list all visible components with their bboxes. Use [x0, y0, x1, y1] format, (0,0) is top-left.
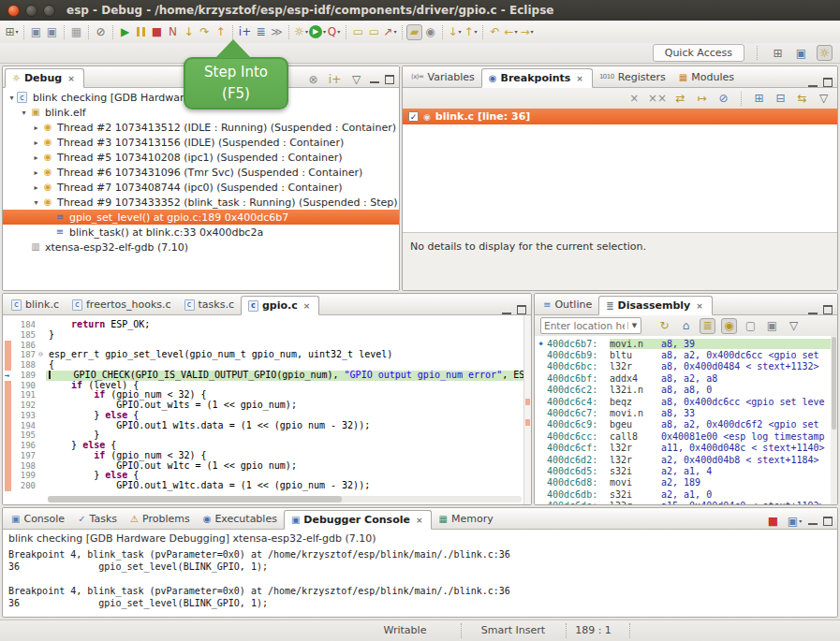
maximize-view-icon[interactable]	[823, 517, 833, 526]
close-tab-icon[interactable]: ×	[302, 300, 313, 312]
tree-expand-arrow-icon[interactable]: ▸	[31, 138, 41, 147]
console-output[interactable]: Breakpoint 4, blink_task (pvParameter=0x…	[3, 546, 837, 617]
step-over-icon[interactable]: ↷	[197, 24, 213, 40]
show-disassembly-icon[interactable]: ≣	[253, 24, 269, 40]
right-tab-modules[interactable]: ▦Modules	[672, 67, 741, 87]
minimize-window-button[interactable]	[25, 5, 37, 17]
editor-tab-freertos-hooks-c[interactable]: cfreertos_hooks.c	[66, 295, 178, 314]
minimize-view-icon[interactable]	[808, 306, 818, 314]
code-line-199[interactable]: 199 } else {	[3, 471, 531, 481]
minimize-view-icon[interactable]	[808, 517, 818, 525]
code-line-185[interactable]: 185}	[3, 330, 531, 341]
disassembly-scrollbar[interactable]	[831, 336, 837, 504]
show-source-icon[interactable]: ≣	[700, 318, 715, 334]
code-line-186[interactable]: 186	[3, 341, 531, 351]
mark-occurrences-icon[interactable]: ◉	[422, 24, 438, 40]
external-tools-icon[interactable]: ↗▾	[382, 24, 398, 40]
code-line-198[interactable]: 198 GPIO.out_w1tc = (1 << gpio_num);	[3, 461, 531, 472]
disassembly-row[interactable]: 400dc6bc:l32ra8, 0x400d0484 <_stext+1132…	[535, 361, 837, 372]
view-menu-icon[interactable]: ▽	[348, 71, 364, 87]
disassembly-row[interactable]: 400dc6b9:bltua8, a2, 0x400dc6cc <gpio_se…	[535, 349, 837, 360]
quick-access-button[interactable]: Quick Access	[653, 44, 744, 62]
right-tab-registers[interactable]: 1010Registers	[593, 67, 672, 87]
tree-expand-arrow-icon[interactable]: ▸	[31, 183, 41, 192]
minimize-view-icon[interactable]	[808, 79, 818, 87]
maximize-view-icon[interactable]	[385, 75, 394, 84]
breakpoint-row[interactable]: ✓◉blink.c [line: 36]	[403, 109, 837, 124]
console-tab-executables[interactable]: ◉Executables	[197, 509, 284, 529]
maximize-window-button[interactable]	[43, 5, 55, 17]
suspend-icon[interactable]	[133, 24, 149, 40]
previous-annotation-icon[interactable]: ↑▾	[463, 24, 479, 40]
terminate-icon[interactable]: ■	[149, 24, 165, 40]
show-breakpoints-supported-icon[interactable]: ⇄	[672, 91, 688, 107]
open-new-view-icon[interactable]: ▢	[743, 318, 759, 334]
code-line-191[interactable]: 191 if (gpio_num < 32) {	[3, 390, 531, 401]
disassembly-row[interactable]: 400dc6d5:s32ia2, a1, 4	[535, 465, 837, 476]
view-menu-icon[interactable]: ▽	[816, 91, 832, 107]
code-line-200[interactable]: 200 GPIO.out1_w1tc.data = (1 << (gpio_nu…	[3, 481, 531, 491]
editor-horizontal-scrollbar[interactable]	[48, 496, 522, 503]
overview-ruler[interactable]	[523, 315, 531, 504]
link-with-debug-view-icon[interactable]: ⇆	[794, 91, 810, 107]
cpp-perspective-icon[interactable]: ▣	[793, 45, 809, 61]
debug-launch-icon[interactable]: ☼▾	[293, 24, 309, 40]
disassembly-row[interactable]: 400dc6d8:movia2, 189	[535, 477, 837, 488]
tree-expand-arrow-icon[interactable]: ▾	[7, 94, 17, 102]
refresh-icon[interactable]: ↻	[656, 318, 672, 334]
breakpoints-list[interactable]: ✓◉blink.c [line: 36]	[403, 109, 837, 232]
save-all-icon[interactable]: ▣	[44, 24, 60, 40]
location-combo-dropdown-icon[interactable]: ▼	[627, 322, 641, 329]
editor-tab-blink-c[interactable]: cblink.c	[5, 295, 66, 314]
disassembly-row[interactable]: 400dc6c9:bgeua8, a2, 0x400dc6f2 <gpio_se…	[535, 419, 837, 430]
remove-all-breakpoints-icon[interactable]: ××	[648, 91, 667, 107]
disassembly-location-input[interactable]	[541, 320, 627, 331]
debug-tree-row[interactable]: ≡blink_task() at blink.c:33 0x400dbc2a	[3, 225, 399, 240]
disassembly-row[interactable]: 400dc6cc:call80x40081e00 <esp_log_timest…	[535, 430, 837, 442]
maximize-view-icon[interactable]	[823, 305, 833, 314]
code-line-190[interactable]: 190 if (level) {	[3, 381, 531, 391]
open-resource-icon[interactable]: ▭	[366, 24, 382, 40]
instruction-stepping-icon[interactable]: i+	[237, 24, 253, 40]
debug-tree-row[interactable]: ▸◉Thread #3 1073413156 (IDLE) (Suspended…	[3, 135, 399, 150]
tree-expand-arrow-icon[interactable]: ▸	[31, 168, 41, 177]
tree-expand-arrow-icon[interactable]: ▸	[31, 153, 41, 162]
code-line-188[interactable]: 188{	[3, 360, 531, 371]
tree-expand-arrow-icon[interactable]: ▾	[19, 109, 29, 117]
disassembly-row[interactable]: 400dc6d2:l32ra2, 0x400d04b8 <_stext+1184…	[535, 454, 837, 465]
breakpoint-checkbox[interactable]: ✓	[408, 111, 419, 122]
close-tab-icon[interactable]: ×	[574, 73, 585, 84]
debug-tree-row[interactable]: ▸◉Thread #6 1073431096 (Tmr Svc) (Suspen…	[3, 165, 399, 180]
right-tab-breakpoints[interactable]: ◉Breakpoints×	[481, 68, 593, 88]
last-edit-location-icon[interactable]: ↶	[487, 24, 503, 40]
paintbrush-icon[interactable]: ▰	[406, 24, 422, 40]
editor-code-area[interactable]: 184 return ESP_OK;185}186187⊖esp_err_t g…	[3, 315, 531, 504]
console-tab-problems[interactable]: ⚠Problems	[124, 509, 197, 529]
debug-perspective-icon[interactable]: ☼	[817, 45, 833, 61]
console-tab-memory[interactable]: ▦Memory	[432, 509, 499, 529]
code-line-189[interactable]: →189 GPIO_CHECK(GPIO_IS_VALID_OUTPUT_GPI…	[3, 371, 531, 381]
debug-tree-row-selected[interactable]: ≡gpio_set_level() at gpio.c:189 0x400dc6…	[3, 210, 399, 225]
maximize-view-icon[interactable]	[517, 305, 526, 314]
fold-marker-icon[interactable]: ⊖	[36, 350, 46, 360]
open-element-icon[interactable]: ▭	[350, 24, 366, 40]
close-tab-icon[interactable]: ×	[694, 300, 705, 312]
forward-icon[interactable]: →▾	[519, 24, 535, 40]
save-icon[interactable]: ▣	[28, 24, 44, 40]
disassembly-row[interactable]: 400dc6db:s32ia2, a1, 0	[535, 488, 837, 500]
disconnect-icon[interactable]: N	[165, 24, 181, 40]
remove-all-terminated-icon[interactable]: ⊗	[305, 71, 321, 87]
minimize-view-icon[interactable]	[502, 306, 511, 314]
minimize-view-icon[interactable]	[370, 75, 379, 83]
debug-tree-row[interactable]: ▾◉Thread #9 1073433352 (blink_task : Run…	[3, 195, 399, 210]
code-line-194[interactable]: 194 GPIO.out1_w1ts.data = (1 << (gpio_nu…	[3, 421, 531, 431]
instruction-stepping-mode-icon[interactable]: i+	[327, 71, 343, 87]
code-line-197[interactable]: 197 if (gpio_num < 32) {	[3, 451, 531, 461]
go-to-file-icon[interactable]: ↦	[694, 91, 710, 107]
step-return-icon[interactable]: ↑	[213, 24, 228, 40]
code-line-187[interactable]: 187⊖esp_err_t gpio_set_level(gpio_num_t …	[3, 350, 531, 360]
editor-tab-gpio-c[interactable]: cgpio.c×	[241, 296, 319, 315]
disassembly-row[interactable]: 400dc6c4:beqza8, 0x400dc6cc <gpio_set_le…	[535, 396, 837, 407]
console-tab-debugger-console[interactable]: ▣Debugger Console×	[284, 510, 433, 530]
step-into-icon[interactable]: ↓	[181, 24, 197, 40]
